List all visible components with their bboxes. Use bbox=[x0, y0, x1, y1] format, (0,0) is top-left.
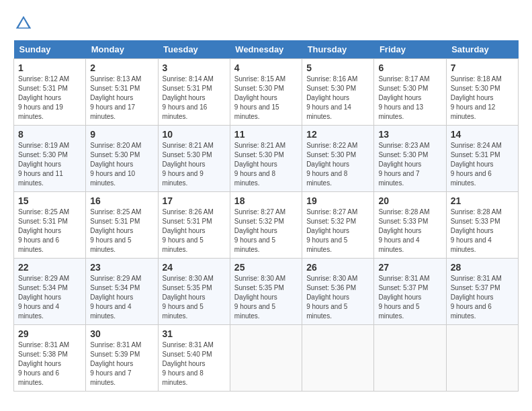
day-info: Sunrise: 8:12 AM Sunset: 5:31 PM Dayligh… bbox=[18, 75, 81, 122]
calendar-cell: 2 Sunrise: 8:13 AM Sunset: 5:31 PM Dayli… bbox=[86, 59, 158, 126]
day-info: Sunrise: 8:17 AM Sunset: 5:30 PM Dayligh… bbox=[378, 75, 441, 122]
calendar-cell: 26 Sunrise: 8:30 AM Sunset: 5:36 PM Dayl… bbox=[302, 259, 374, 325]
day-info: Sunrise: 8:30 AM Sunset: 5:36 PM Dayligh… bbox=[306, 274, 369, 321]
day-info: Sunrise: 8:31 AM Sunset: 5:39 PM Dayligh… bbox=[90, 340, 153, 387]
calendar-cell: 14 Sunrise: 8:24 AM Sunset: 5:31 PM Dayl… bbox=[446, 126, 518, 192]
day-number: 19 bbox=[306, 195, 369, 206]
day-number: 16 bbox=[90, 195, 153, 206]
day-info: Sunrise: 8:25 AM Sunset: 5:31 PM Dayligh… bbox=[18, 208, 81, 255]
calendar-cell: 25 Sunrise: 8:30 AM Sunset: 5:35 PM Dayl… bbox=[230, 259, 302, 325]
calendar-cell: 28 Sunrise: 8:31 AM Sunset: 5:37 PM Dayl… bbox=[446, 259, 518, 325]
days-header-row: SundayMondayTuesdayWednesdayThursdayFrid… bbox=[14, 40, 519, 59]
day-number: 24 bbox=[163, 262, 226, 273]
calendar-week-2: 8 Sunrise: 8:19 AM Sunset: 5:30 PM Dayli… bbox=[14, 126, 519, 192]
day-info: Sunrise: 8:27 AM Sunset: 5:32 PM Dayligh… bbox=[306, 208, 369, 255]
calendar-cell: 19 Sunrise: 8:27 AM Sunset: 5:32 PM Dayl… bbox=[302, 192, 374, 259]
day-info: Sunrise: 8:25 AM Sunset: 5:31 PM Dayligh… bbox=[90, 208, 153, 255]
calendar-cell: 21 Sunrise: 8:28 AM Sunset: 5:33 PM Dayl… bbox=[446, 192, 518, 259]
calendar-cell: 17 Sunrise: 8:26 AM Sunset: 5:31 PM Dayl… bbox=[158, 192, 230, 259]
calendar-week-5: 29 Sunrise: 8:31 AM Sunset: 5:38 PM Dayl… bbox=[14, 325, 519, 392]
calendar-cell: 18 Sunrise: 8:27 AM Sunset: 5:32 PM Dayl… bbox=[230, 192, 302, 259]
header bbox=[13, 13, 519, 34]
calendar-cell: 13 Sunrise: 8:23 AM Sunset: 5:30 PM Dayl… bbox=[374, 126, 446, 192]
day-info: Sunrise: 8:29 AM Sunset: 5:34 PM Dayligh… bbox=[18, 274, 81, 321]
day-info: Sunrise: 8:28 AM Sunset: 5:33 PM Dayligh… bbox=[378, 208, 441, 255]
calendar-cell: 10 Sunrise: 8:21 AM Sunset: 5:30 PM Dayl… bbox=[158, 126, 230, 192]
calendar-cell: 3 Sunrise: 8:14 AM Sunset: 5:31 PM Dayli… bbox=[158, 59, 230, 126]
day-header-monday: Monday bbox=[86, 40, 158, 59]
page-container: SundayMondayTuesdayWednesdayThursdayFrid… bbox=[13, 13, 519, 392]
calendar-cell: 4 Sunrise: 8:15 AM Sunset: 5:30 PM Dayli… bbox=[230, 59, 302, 126]
calendar-cell: 20 Sunrise: 8:28 AM Sunset: 5:33 PM Dayl… bbox=[374, 192, 446, 259]
day-number: 27 bbox=[378, 262, 441, 273]
day-number: 2 bbox=[90, 62, 153, 73]
day-number: 17 bbox=[163, 195, 226, 206]
logo bbox=[13, 13, 36, 34]
day-info: Sunrise: 8:15 AM Sunset: 5:30 PM Dayligh… bbox=[234, 75, 298, 122]
day-number: 25 bbox=[234, 262, 298, 273]
day-number: 9 bbox=[90, 129, 153, 140]
day-number: 15 bbox=[18, 195, 81, 206]
day-header-thursday: Thursday bbox=[302, 40, 374, 59]
calendar-cell: 23 Sunrise: 8:29 AM Sunset: 5:34 PM Dayl… bbox=[86, 259, 158, 325]
day-number: 5 bbox=[306, 62, 369, 73]
day-info: Sunrise: 8:21 AM Sunset: 5:30 PM Dayligh… bbox=[234, 141, 298, 188]
logo-icon bbox=[13, 13, 34, 34]
calendar-cell: 30 Sunrise: 8:31 AM Sunset: 5:39 PM Dayl… bbox=[86, 325, 158, 392]
calendar-week-1: 1 Sunrise: 8:12 AM Sunset: 5:31 PM Dayli… bbox=[14, 59, 519, 126]
day-header-tuesday: Tuesday bbox=[158, 40, 230, 59]
day-info: Sunrise: 8:22 AM Sunset: 5:30 PM Dayligh… bbox=[306, 141, 369, 188]
day-info: Sunrise: 8:28 AM Sunset: 5:33 PM Dayligh… bbox=[451, 208, 514, 255]
day-header-friday: Friday bbox=[374, 40, 446, 59]
calendar-cell: 8 Sunrise: 8:19 AM Sunset: 5:30 PM Dayli… bbox=[14, 126, 86, 192]
day-number: 12 bbox=[306, 129, 369, 140]
day-header-wednesday: Wednesday bbox=[230, 40, 302, 59]
day-info: Sunrise: 8:24 AM Sunset: 5:31 PM Dayligh… bbox=[451, 141, 514, 188]
calendar-cell bbox=[446, 325, 518, 392]
day-info: Sunrise: 8:19 AM Sunset: 5:30 PM Dayligh… bbox=[18, 141, 81, 188]
day-info: Sunrise: 8:16 AM Sunset: 5:30 PM Dayligh… bbox=[306, 75, 369, 122]
day-number: 8 bbox=[18, 129, 81, 140]
calendar-cell: 22 Sunrise: 8:29 AM Sunset: 5:34 PM Dayl… bbox=[14, 259, 86, 325]
day-number: 20 bbox=[378, 195, 441, 206]
day-header-sunday: Sunday bbox=[14, 40, 86, 59]
day-number: 26 bbox=[306, 262, 369, 273]
calendar-cell: 24 Sunrise: 8:30 AM Sunset: 5:35 PM Dayl… bbox=[158, 259, 230, 325]
calendar-cell: 9 Sunrise: 8:20 AM Sunset: 5:30 PM Dayli… bbox=[86, 126, 158, 192]
calendar-cell bbox=[302, 325, 374, 392]
day-header-saturday: Saturday bbox=[446, 40, 518, 59]
calendar-cell: 16 Sunrise: 8:25 AM Sunset: 5:31 PM Dayl… bbox=[86, 192, 158, 259]
day-info: Sunrise: 8:13 AM Sunset: 5:31 PM Dayligh… bbox=[90, 75, 153, 122]
day-number: 10 bbox=[163, 129, 226, 140]
day-number: 1 bbox=[18, 62, 81, 73]
calendar-cell: 7 Sunrise: 8:18 AM Sunset: 5:30 PM Dayli… bbox=[446, 59, 518, 126]
day-number: 23 bbox=[90, 262, 153, 273]
calendar-cell: 11 Sunrise: 8:21 AM Sunset: 5:30 PM Dayl… bbox=[230, 126, 302, 192]
day-number: 22 bbox=[18, 262, 81, 273]
calendar-week-4: 22 Sunrise: 8:29 AM Sunset: 5:34 PM Dayl… bbox=[14, 259, 519, 325]
day-info: Sunrise: 8:31 AM Sunset: 5:40 PM Dayligh… bbox=[163, 340, 226, 387]
calendar-cell bbox=[230, 325, 302, 392]
day-info: Sunrise: 8:20 AM Sunset: 5:30 PM Dayligh… bbox=[90, 141, 153, 188]
day-info: Sunrise: 8:23 AM Sunset: 5:30 PM Dayligh… bbox=[378, 141, 441, 188]
calendar-table: SundayMondayTuesdayWednesdayThursdayFrid… bbox=[13, 40, 519, 392]
calendar-week-3: 15 Sunrise: 8:25 AM Sunset: 5:31 PM Dayl… bbox=[14, 192, 519, 259]
calendar-cell: 5 Sunrise: 8:16 AM Sunset: 5:30 PM Dayli… bbox=[302, 59, 374, 126]
day-info: Sunrise: 8:26 AM Sunset: 5:31 PM Dayligh… bbox=[163, 208, 226, 255]
day-info: Sunrise: 8:30 AM Sunset: 5:35 PM Dayligh… bbox=[234, 274, 298, 321]
calendar-cell: 6 Sunrise: 8:17 AM Sunset: 5:30 PM Dayli… bbox=[374, 59, 446, 126]
calendar-cell: 1 Sunrise: 8:12 AM Sunset: 5:31 PM Dayli… bbox=[14, 59, 86, 126]
day-number: 14 bbox=[451, 129, 514, 140]
calendar-cell: 12 Sunrise: 8:22 AM Sunset: 5:30 PM Dayl… bbox=[302, 126, 374, 192]
day-number: 7 bbox=[451, 62, 514, 73]
day-number: 11 bbox=[234, 129, 298, 140]
calendar-cell bbox=[374, 325, 446, 392]
day-info: Sunrise: 8:21 AM Sunset: 5:30 PM Dayligh… bbox=[163, 141, 226, 188]
day-info: Sunrise: 8:31 AM Sunset: 5:38 PM Dayligh… bbox=[18, 340, 81, 387]
day-number: 21 bbox=[451, 195, 514, 206]
day-number: 28 bbox=[451, 262, 514, 273]
day-info: Sunrise: 8:31 AM Sunset: 5:37 PM Dayligh… bbox=[378, 274, 441, 321]
day-info: Sunrise: 8:27 AM Sunset: 5:32 PM Dayligh… bbox=[234, 208, 298, 255]
day-number: 30 bbox=[90, 328, 153, 339]
day-number: 31 bbox=[163, 328, 226, 339]
